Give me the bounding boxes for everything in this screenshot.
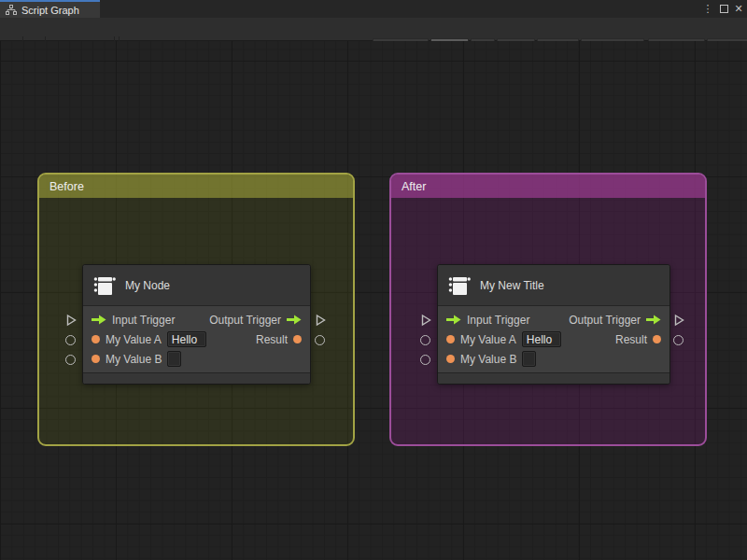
graph-canvas[interactable]: Before After	[0, 41, 747, 560]
unit-icon	[92, 273, 117, 298]
group-before-header[interactable]: Before	[39, 175, 353, 198]
close-icon[interactable]: ✕	[732, 0, 745, 18]
port-label: Output Trigger	[569, 314, 641, 327]
ext-flow-in-port[interactable]	[419, 314, 432, 327]
node-footer	[83, 372, 310, 384]
ext-value-in-port[interactable]	[420, 355, 430, 365]
port-row: Input Trigger Output Trigger	[83, 310, 310, 329]
tab-label: Script Graph	[21, 5, 79, 16]
unit-icon	[447, 273, 472, 298]
node-header[interactable]: My Node	[83, 265, 310, 306]
node-title: My New Title	[480, 279, 544, 292]
port-label: Input Trigger	[112, 314, 175, 327]
port-label: My Value A	[106, 333, 162, 346]
ext-value-in-port[interactable]	[420, 335, 430, 345]
node-my-new-title[interactable]: My New Title Input Trigger Output Trigge…	[437, 264, 670, 385]
value-out-icon[interactable]	[653, 335, 661, 343]
value-in-icon[interactable]	[446, 355, 455, 363]
port-label: Input Trigger	[467, 314, 529, 327]
port-row: My Value A Result	[83, 329, 310, 349]
node-my-node[interactable]: My Node Input Trigger Output Trigger	[82, 264, 311, 385]
graph-toolbar: <×> New Script Graph Zoom 1x Relations V…	[0, 18, 747, 41]
port-row: My Value B	[438, 349, 669, 369]
node-footer	[438, 372, 669, 384]
port-label: My Value B	[106, 353, 162, 366]
ext-flow-in-port[interactable]	[64, 314, 78, 327]
node-body: Input Trigger Output Trigger My Value A	[438, 306, 669, 372]
window-menu-icon[interactable]: ⋮	[701, 0, 714, 18]
port-label: Result	[256, 333, 288, 346]
group-label: After	[402, 180, 426, 193]
port-label: My Value B	[460, 353, 516, 366]
flow-out-icon[interactable]	[646, 315, 661, 325]
ext-value-in-port[interactable]	[65, 335, 76, 345]
node-title: My Node	[125, 279, 170, 292]
port-label: Result	[615, 333, 647, 346]
maximize-icon[interactable]	[717, 0, 730, 18]
value-b-input[interactable]	[522, 351, 536, 367]
flow-in-icon[interactable]	[446, 315, 461, 325]
group-after-header[interactable]: After	[391, 175, 705, 198]
value-b-input[interactable]	[167, 351, 181, 367]
flow-out-icon[interactable]	[287, 315, 302, 325]
value-out-icon[interactable]	[293, 335, 302, 343]
script-graph-icon	[6, 5, 17, 15]
value-in-icon[interactable]	[92, 335, 100, 343]
node-header[interactable]: My New Title	[438, 265, 669, 306]
value-in-icon[interactable]	[446, 335, 455, 343]
maximize-box	[720, 5, 728, 13]
value-a-input[interactable]	[167, 331, 206, 347]
ext-value-out-port[interactable]	[315, 335, 325, 345]
tab-bar: Script Graph ⋮ ✕	[0, 0, 747, 18]
port-row: My Value A Result	[438, 329, 669, 349]
script-graph-window: Script Graph ⋮ ✕ <×>	[0, 0, 747, 560]
flow-in-icon[interactable]	[92, 315, 106, 325]
ext-flow-out-port[interactable]	[314, 314, 327, 327]
node-body: Input Trigger Output Trigger My Value A	[83, 306, 310, 372]
port-label: Output Trigger	[209, 314, 281, 327]
ext-value-in-port[interactable]	[65, 355, 76, 365]
port-row: My Value B	[83, 349, 310, 369]
value-a-input[interactable]	[522, 331, 561, 347]
ext-value-out-port[interactable]	[673, 335, 684, 345]
ext-flow-out-port[interactable]	[672, 314, 685, 327]
value-in-icon[interactable]	[92, 355, 100, 363]
tab-script-graph[interactable]: Script Graph	[0, 0, 100, 18]
group-label: Before	[49, 180, 84, 193]
port-label: My Value A	[460, 333, 516, 346]
port-row: Input Trigger Output Trigger	[438, 310, 669, 329]
